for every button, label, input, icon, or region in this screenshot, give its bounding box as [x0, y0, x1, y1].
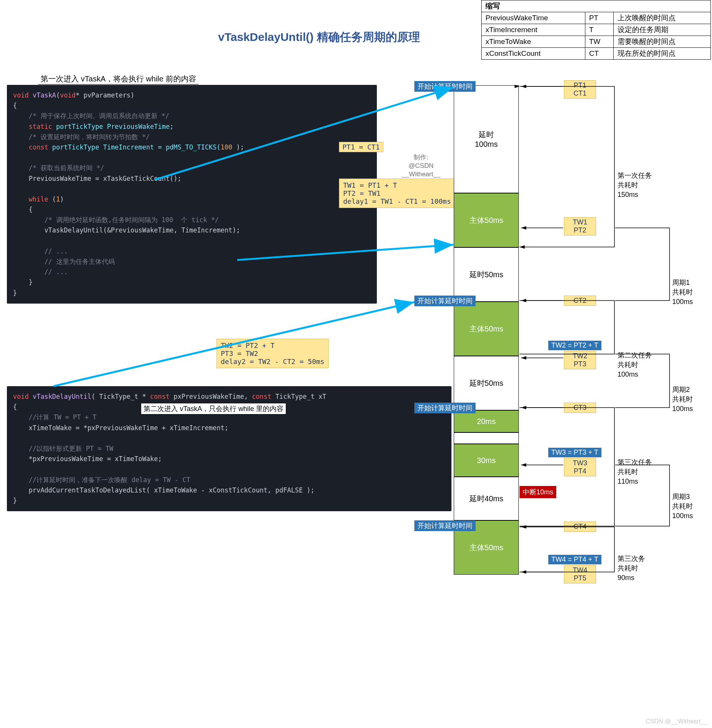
first-entry-note: 第一次进入 vTaskA，将会执行 while 前的内容 — [38, 74, 199, 84]
start-calc-tag: 开始计算延时时间 — [414, 296, 476, 306]
seg-body: 20ms — [454, 410, 519, 432]
start-calc-tag: 开始计算延时时间 — [414, 81, 476, 92]
side-task3b: 第三次务 共耗时 90ms — [618, 554, 645, 583]
abbrev-row: xConstTickCountCT现在所处的时间点 — [482, 48, 711, 60]
label-interrupt: 中断10ms — [520, 486, 556, 498]
seg-delay: 延时 100ms — [454, 85, 519, 193]
seg-delay: 延时50ms — [454, 247, 519, 302]
label-tw1: TW1 PT2 — [564, 217, 596, 236]
label-tw2: TW2 PT3 — [564, 351, 596, 369]
seg-body: 主体50ms — [454, 302, 519, 356]
start-calc-tag: 开始计算延时时间 — [414, 403, 476, 413]
label-ct3: CT3 — [564, 403, 596, 413]
label-tw3-eq: TW3 = PT3 + T — [548, 448, 601, 457]
label-tw4: TW4 PT5 — [564, 565, 596, 583]
side-task1: 第一次任务 共耗时 150ms — [618, 171, 652, 200]
label-tw3: TW3 PT4 — [564, 458, 596, 476]
side-period2: 周期2 共耗时 100ms — [672, 385, 693, 414]
second-entry-note: 第二次进入 vTaskA，只会执行 while 里的内容 — [141, 403, 286, 414]
calc-pt1: PT1 = CT1 — [339, 142, 383, 152]
abbrev-row: xTimeIncrementT设定的任务周期 — [482, 24, 711, 36]
timeline-col: 延时 100ms 主体50ms 延时50ms 主体50ms 延时50ms 20m… — [454, 85, 519, 575]
side-task2: 第二次任务 共耗时 100ms — [618, 351, 652, 380]
code-vtaska: void vTaskA(void* pvParameters) { /* 用于保… — [7, 85, 377, 304]
abbrev-row: PreviousWakeTimePT上次唤醒的时间点 — [482, 12, 711, 24]
diagram-root: vTaskDelayUntil() 精确任务周期的原理 缩写 PreviousW… — [0, 0, 712, 728]
start-calc-tag: 开始计算延时时间 — [414, 520, 476, 531]
label-pt1: PT1 CT1 — [564, 80, 596, 99]
author-credit: 制作:@CSDN__Witheart__ — [402, 153, 440, 179]
label-ct4: CT4 — [564, 522, 596, 532]
side-period1: 周期1 共耗时 100ms — [672, 278, 693, 307]
abbrev-table: 缩写 PreviousWakeTimePT上次唤醒的时间点 xTimeIncre… — [481, 0, 711, 60]
seg-delay: 延时50ms — [454, 356, 519, 410]
seg-body: 30ms — [454, 444, 519, 477]
seg-body: 主体50ms — [454, 193, 519, 247]
calc-block-1: TW1 = PT1 + T PT2 = TW1 delay1 = TW1 - C… — [339, 179, 455, 208]
side-period3: 周期3 共耗时 100ms — [672, 492, 693, 521]
calc-block-2: TW2 = PT2 + T PT3 = TW2 delay2 = TW2 - C… — [217, 339, 329, 368]
watermark: CSDN @__Witheart__ — [646, 718, 707, 725]
page-title: vTaskDelayUntil() 精确任务周期的原理 — [218, 29, 420, 45]
abbrev-row: xTimeToWakeTW需要唤醒的时间点 — [482, 36, 711, 48]
side-task3: 第三次任务 共耗时 110ms — [618, 458, 652, 487]
label-tw2-eq: TW2 = PT2 + T — [548, 341, 601, 350]
label-tw4-eq: TW4 = PT4 + T — [548, 555, 601, 564]
label-ct2: CT2 — [564, 296, 596, 306]
abbrev-header: 缩写 — [482, 0, 711, 12]
seg-delay: 延时40ms — [454, 477, 519, 520]
seg-gap — [454, 432, 519, 444]
